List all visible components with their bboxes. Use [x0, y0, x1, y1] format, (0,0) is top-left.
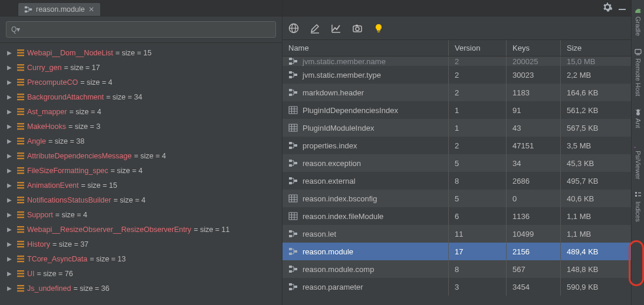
table-row[interactable]: reason.module.comp 8 567 148,8 KB — [282, 260, 631, 278]
table-row[interactable]: jvm.static.member.name 2 200025 15,0 MB — [282, 57, 631, 66]
cell-keys: 43 — [512, 124, 521, 132]
tab-reason-module[interactable]: reason.module ✕ — [18, 2, 101, 16]
table-row[interactable]: PluginIdModuleIndex 1 43 567,5 KB — [282, 119, 631, 137]
tree-item[interactable]: ▶ Angle = size = 38 — [0, 134, 282, 148]
tool-window-label: Indices — [635, 201, 642, 222]
tree-item[interactable]: ▶ TCore_AsyncData = size = 13 — [0, 251, 282, 266]
tree-item[interactable]: ▶ UI = size = 76 — [0, 266, 282, 281]
expand-arrow-icon[interactable]: ▶ — [7, 241, 14, 247]
expand-arrow-icon[interactable]: ▶ — [7, 123, 14, 130]
cell-name: reason.let — [303, 230, 336, 238]
cell-keys: 10499 — [512, 230, 534, 238]
table-row[interactable]: jvm.static.member.type 2 30023 2,2 MB — [282, 66, 631, 84]
expand-arrow-icon[interactable]: ▶ — [7, 270, 14, 277]
tree-item-name: MakeHooks — [27, 122, 66, 131]
tree-item[interactable]: ▶ FileSizeFormatting_spec = size = 4 — [0, 163, 282, 178]
tree-item[interactable]: ▶ Ast_mapper = size = 4 — [0, 104, 282, 119]
col-header-keys[interactable]: Keys — [507, 40, 561, 56]
expand-arrow-icon[interactable]: ▶ — [7, 211, 14, 218]
search-input[interactable]: Q▾ — [6, 21, 276, 38]
tree-item[interactable]: ▶ AnimationEvent = size = 15 — [0, 178, 282, 193]
table-row[interactable]: reason.parameter 3 3454 590,9 KB — [282, 278, 631, 296]
tool-window-gradle[interactable]: Gradle — [634, 2, 642, 39]
table-row[interactable]: reason.index.bsconfig 5 0 40,6 KB — [282, 190, 631, 207]
list-icon — [17, 226, 25, 234]
cell-version: 5 — [455, 159, 459, 168]
left-pane: reason.module ✕ Q▾ ▶ Webapi__Dom__NodeLi… — [0, 0, 282, 305]
expand-arrow-icon[interactable]: ▶ — [7, 167, 14, 174]
search-row: Q▾ — [0, 16, 282, 43]
expand-arrow-icon[interactable]: ▶ — [7, 226, 14, 233]
tree-item-size: = size = 34 — [106, 93, 142, 101]
expand-arrow-icon[interactable]: ▶ — [7, 64, 14, 71]
table-body[interactable]: jvm.static.member.name 2 200025 15,0 MB … — [282, 57, 631, 296]
tool-window-remotehost[interactable]: Remote Host — [634, 44, 642, 100]
tool-window-ant[interactable]: Ant — [634, 104, 642, 132]
tool-window-indices[interactable]: Indices — [634, 187, 642, 226]
tree-item-size: = size = 38 — [48, 137, 84, 145]
cell-name: markdown.header — [303, 88, 364, 97]
tree-view[interactable]: ▶ Webapi__Dom__NodeList = size = 15 ▶ Cu… — [0, 43, 282, 305]
bulb-icon[interactable] — [373, 23, 384, 34]
minimize-icon[interactable] — [618, 3, 626, 13]
tree-item[interactable]: ▶ Webapi__ResizeObserver__ResizeObserver… — [0, 222, 282, 237]
table-row[interactable]: PluginIdDependenciesIndex 1 91 561,2 KB — [282, 101, 631, 119]
tree-item-size: = size = 4 — [80, 78, 112, 87]
tree-item-size: = size = 4 — [113, 196, 145, 204]
expand-arrow-icon[interactable]: ▶ — [7, 152, 14, 159]
svg-text:ψ: ψ — [634, 147, 639, 148]
tree-item-size: = size = 11 — [193, 226, 229, 234]
tree-item-name: Curry_gen — [27, 64, 61, 72]
expand-arrow-icon[interactable]: ▶ — [7, 285, 14, 291]
table-row[interactable]: properties.index 2 47151 3,5 MB — [282, 137, 631, 154]
tree-item-name: History — [27, 240, 50, 248]
expand-arrow-icon[interactable]: ▶ — [7, 256, 14, 262]
gear-icon[interactable] — [603, 2, 612, 14]
svg-rect-22 — [635, 49, 641, 54]
tree-item[interactable]: ▶ AttributeDependenciesMessage = size = … — [0, 148, 282, 163]
tree-item-size: = size = 76 — [37, 270, 73, 278]
expand-arrow-icon[interactable]: ▶ — [7, 108, 14, 115]
list-icon — [17, 137, 25, 145]
globe-icon[interactable] — [288, 23, 299, 34]
tree-item[interactable]: ▶ NotificationsStatusBuilder = size = 4 — [0, 193, 282, 207]
table-row[interactable]: reason.exception 5 34 45,3 KB — [282, 154, 631, 172]
tree-item[interactable]: ▶ Curry_gen = size = 17 — [0, 60, 282, 75]
expand-arrow-icon[interactable]: ▶ — [7, 138, 14, 144]
table-row[interactable]: reason.module 17 2156 489,4 KB — [282, 243, 631, 260]
cell-size: 40,6 KB — [567, 194, 594, 203]
tree-item[interactable]: ▶ PrecomputeCO = size = 4 — [0, 75, 282, 89]
table-row[interactable]: reason.let 11 10499 1,1 MB — [282, 225, 631, 243]
tree-item[interactable]: ▶ Js_undefined = size = 36 — [0, 281, 282, 296]
table-row[interactable]: markdown.header 2 1183 164,6 KB — [282, 84, 631, 101]
camera-icon[interactable] — [352, 23, 363, 34]
col-header-size[interactable]: Size — [561, 40, 631, 56]
col-header-name[interactable]: Name — [282, 40, 449, 56]
tree-icon — [288, 57, 298, 66]
table-row[interactable]: reason.index.fileModule 6 1136 1,1 MB — [282, 207, 631, 225]
table-row[interactable]: reason.external 8 2686 495,7 KB — [282, 172, 631, 190]
col-header-version[interactable]: Version — [449, 40, 507, 56]
cell-size: 45,3 KB — [567, 159, 594, 168]
tree-icon — [288, 70, 298, 79]
list-icon — [17, 211, 25, 219]
expand-arrow-icon[interactable]: ▶ — [7, 94, 14, 100]
pencil-icon[interactable] — [310, 23, 320, 34]
tree-item-size: = size = 13 — [90, 255, 126, 263]
tree-item[interactable]: ▶ BackgroundAttachment = size = 34 — [0, 89, 282, 104]
expand-arrow-icon[interactable]: ▶ — [7, 197, 14, 203]
close-icon[interactable]: ✕ — [88, 5, 94, 14]
chart-icon[interactable] — [331, 23, 341, 34]
expand-arrow-icon[interactable]: ▶ — [7, 182, 14, 188]
tree-item[interactable]: ▶ Webapi__Dom__NodeList = size = 15 — [0, 45, 282, 60]
tree-item[interactable]: ▶ MakeHooks = size = 3 — [0, 119, 282, 134]
tool-window-label: PsiViewer — [635, 151, 642, 180]
tree-item[interactable]: ▶ Support = size = 4 — [0, 207, 282, 222]
expand-arrow-icon[interactable]: ▶ — [7, 49, 14, 56]
list-icon — [17, 284, 25, 293]
expand-arrow-icon[interactable]: ▶ — [7, 79, 14, 85]
tool-window-psiviewer[interactable]: ψPsiViewer — [634, 137, 642, 183]
tree-item[interactable]: ▶ History = size = 37 — [0, 237, 282, 251]
tree-icon — [24, 5, 32, 14]
cell-version: 5 — [455, 194, 459, 203]
